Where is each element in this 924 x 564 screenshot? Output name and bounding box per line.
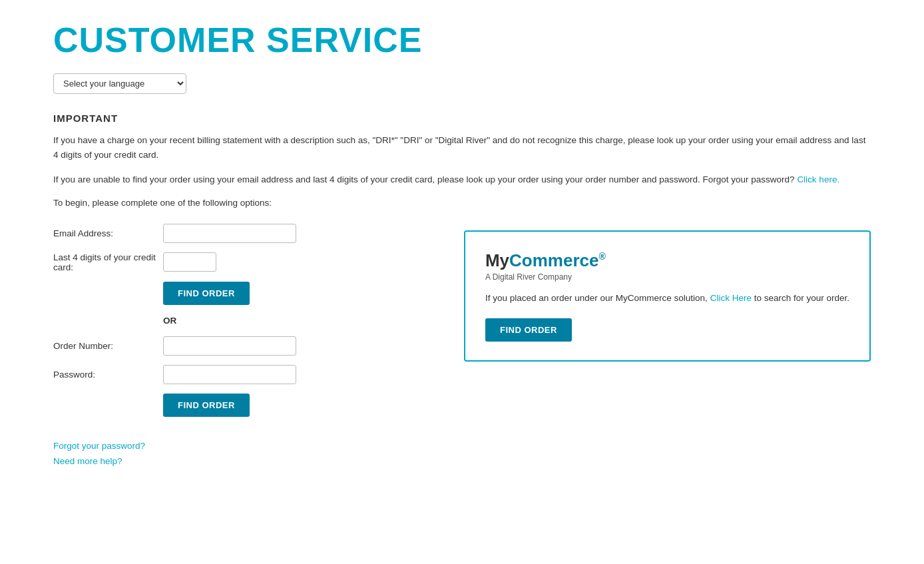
last4-input[interactable]	[163, 252, 216, 272]
mycommerce-reg: ®	[598, 251, 605, 262]
main-content: Email Address: Last 4 digits of your cre…	[53, 224, 871, 471]
important-paragraph-1: If you have a charge on your recent bill…	[53, 133, 871, 162]
need-more-help-link[interactable]: Need more help?	[53, 456, 424, 466]
email-form-group: Email Address:	[53, 224, 424, 243]
email-input[interactable]	[163, 224, 296, 243]
mycommerce-desc-post-text: to search for your order.	[754, 293, 849, 303]
important-paragraph-2: If you are unable to find your order usi…	[53, 172, 871, 187]
mycommerce-logo: MyCommerce® A Digital River Company	[485, 250, 849, 282]
begin-text: To begin, please complete one of the fol…	[53, 198, 871, 208]
password-form-group: Password:	[53, 365, 424, 384]
left-form-section: Email Address: Last 4 digits of your cre…	[53, 224, 424, 471]
footer-links: Forgot your password? Need more help?	[53, 441, 424, 466]
paragraph2-text: If you are unable to find your order usi…	[53, 174, 795, 184]
password-input[interactable]	[163, 365, 296, 384]
mycommerce-click-here-link[interactable]: Click Here	[710, 293, 752, 303]
order-number-input[interactable]	[163, 336, 296, 356]
password-label: Password:	[53, 370, 163, 380]
mycommerce-my: My	[485, 250, 509, 270]
last4-label: Last 4 digits of your credit card:	[53, 252, 163, 272]
mycommerce-description: If you placed an order under our MyComme…	[485, 291, 849, 306]
order-number-form-group: Order Number:	[53, 336, 424, 356]
find-order-button-2[interactable]: FIND ORDER	[163, 394, 250, 417]
mycommerce-brand-name: MyCommerce®	[485, 250, 849, 271]
or-divider: OR	[163, 316, 424, 326]
find-order-button-1[interactable]: FIND ORDER	[163, 282, 250, 305]
language-dropdown[interactable]: Select your language English French Germ…	[53, 73, 186, 94]
important-heading: IMPORTANT	[53, 113, 871, 124]
mycommerce-desc-pre: If you placed an order under our MyComme…	[485, 293, 708, 303]
mycommerce-panel: MyCommerce® A Digital River Company If y…	[464, 230, 871, 362]
last4-form-group: Last 4 digits of your credit card:	[53, 252, 424, 272]
order-number-label: Order Number:	[53, 341, 163, 351]
mycommerce-commerce: Commerce	[509, 250, 598, 270]
language-select-container: Select your language English French Germ…	[53, 73, 871, 94]
forgot-password-link[interactable]: Forgot your password?	[53, 441, 424, 451]
email-label: Email Address:	[53, 228, 163, 238]
page-title: CUSTOMER SERVICE	[53, 20, 871, 60]
mycommerce-find-order-button[interactable]: FIND ORDER	[485, 318, 572, 342]
mycommerce-subtitle: A Digital River Company	[485, 272, 849, 282]
click-here-link-1[interactable]: Click here.	[797, 174, 839, 184]
